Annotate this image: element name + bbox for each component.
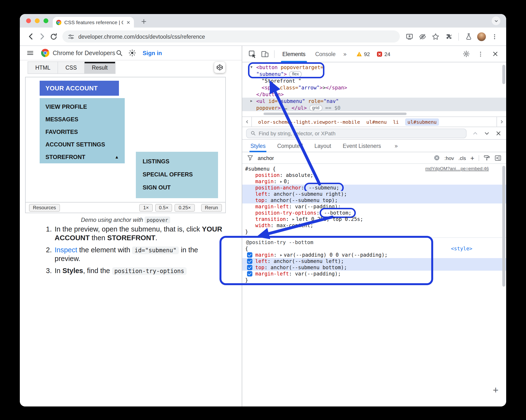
tab-css[interactable]: CSS <box>58 61 85 74</box>
clear-filter-icon[interactable] <box>434 155 440 161</box>
property-value[interactable]: anchor(--submenu right); <box>274 191 347 197</box>
dom-tree-row[interactable]: </button> <box>242 91 506 98</box>
close-find-icon[interactable] <box>496 130 501 136</box>
hover-state-button[interactable]: :hov <box>444 155 454 161</box>
new-tab-icon[interactable] <box>140 17 147 25</box>
close-devtools-icon[interactable] <box>489 48 501 60</box>
dom-tree-row[interactable]: popover>…</ul>grid== $0 <box>242 104 506 111</box>
property-value[interactable]: var(--padding); <box>295 271 341 276</box>
expand-shorthand-icon[interactable]: ▶ <box>280 253 282 257</box>
forward-icon[interactable] <box>36 31 48 42</box>
property-checkbox[interactable] <box>247 265 252 270</box>
styles-scrollbar[interactable] <box>502 166 505 287</box>
property-value[interactable]: max-content; <box>277 222 314 228</box>
your-account-button[interactable]: YOUR ACCOUNT <box>40 81 119 96</box>
property-checkbox[interactable] <box>247 271 252 276</box>
next-match-icon[interactable] <box>484 130 490 136</box>
submenu-item-listings[interactable]: LISTINGS <box>136 155 218 168</box>
css-property-position-try-options[interactable]: position-try-options: --bottom; <box>242 210 506 216</box>
reload-icon[interactable] <box>48 31 60 42</box>
classes-button[interactable]: .cls <box>458 155 466 161</box>
filter-input[interactable] <box>258 155 429 161</box>
more-sidebar-tabs-icon[interactable]: » <box>394 143 398 149</box>
settings-gear-icon[interactable] <box>460 48 472 60</box>
tab-close-icon[interactable] <box>126 20 131 24</box>
tab-styles[interactable]: Styles <box>250 140 266 152</box>
dom-tree-row[interactable]: "submenu">flex <box>242 70 506 77</box>
css-property-transition[interactable]: transition: ▶left 0.25s, top 0.25s; <box>242 216 506 222</box>
style-rule-selector[interactable]: #submenu { mdYdpOM?ani…pe=embed:46 <box>242 166 506 172</box>
property-value[interactable]: anchor(--submenu left); <box>274 258 344 264</box>
css-property-margin[interactable]: margin: ▶var(--padding) 0 0 var(--paddin… <box>242 252 506 258</box>
profile-avatar[interactable] <box>476 31 487 42</box>
flex-badge[interactable]: flex <box>289 71 302 77</box>
css-property-margin[interactable]: margin: ▶0; <box>242 178 506 185</box>
css-property-top[interactable]: top: anchor(--submenu top); <box>242 197 506 203</box>
inspect-icon[interactable] <box>246 48 259 60</box>
submenu-item-sign-out[interactable]: SIGN OUT <box>136 181 218 194</box>
tab-layout[interactable]: Layout <box>314 140 331 152</box>
property-checkbox[interactable] <box>247 252 252 258</box>
device-toolbar-icon[interactable] <box>259 48 271 60</box>
browser-tab[interactable]: CSS features reference | Chr <box>53 17 134 28</box>
expand-shorthand-icon[interactable]: ▶ <box>280 180 282 184</box>
property-value[interactable]: anchor(--submenu bottom); <box>271 264 347 270</box>
crumb-left-icon[interactable] <box>242 117 252 127</box>
menu-item-favorites[interactable]: FAVORITES <box>40 126 125 138</box>
chrome-logo-icon[interactable] <box>41 49 49 57</box>
close-icon[interactable] <box>26 18 31 23</box>
style-element-link[interactable]: <style> <box>451 246 472 252</box>
css-property-width[interactable]: width: max-content; <box>242 222 506 229</box>
site-brand[interactable]: Chrome for Developers <box>53 50 115 57</box>
dock-sidebar-icon[interactable] <box>495 154 501 161</box>
menu-icon[interactable] <box>27 49 34 57</box>
css-property-top[interactable]: top: anchor(--submenu bottom); <box>242 264 506 271</box>
stylesheet-link[interactable]: mdYdpOM?ani…pe=embed:46 <box>425 166 489 171</box>
prev-match-icon[interactable] <box>472 130 478 136</box>
add-rule-icon[interactable]: + <box>493 385 498 395</box>
dom-tree-row[interactable]: "Storefront " <box>242 77 506 84</box>
minimize-icon[interactable] <box>35 18 40 23</box>
experiments-icon[interactable] <box>463 31 474 42</box>
scale-button-0.5x[interactable]: 0.5× <box>155 204 172 211</box>
grid-badge[interactable]: grid <box>309 105 322 111</box>
dom-tree-row[interactable]: <span class="arrow">></span> <box>242 84 506 91</box>
tab-result[interactable]: Result <box>85 61 115 74</box>
property-value[interactable]: absolute; <box>286 172 313 178</box>
css-property-left[interactable]: left: anchor(--submenu right); <box>242 191 506 197</box>
crumb-right-icon[interactable] <box>496 117 506 127</box>
zoom-icon[interactable] <box>43 18 48 23</box>
dom-tree-row[interactable]: ▶<ul id="submenu" role="nav" <box>242 98 506 104</box>
rerun-button[interactable]: Rerun <box>201 204 222 211</box>
tab-elements[interactable]: Elements <box>277 46 310 62</box>
property-value[interactable]: var(--padding) 0 0 var(--padding); <box>284 252 388 258</box>
expand-toggle-icon[interactable]: ▶ <box>250 98 252 104</box>
more-tabs-icon[interactable]: » <box>340 50 349 57</box>
warnings-badge[interactable]: 92 <box>356 51 370 57</box>
search-icon[interactable] <box>116 49 123 57</box>
find-input[interactable] <box>259 130 462 136</box>
menu-item-storefront[interactable]: STOREFRONT▲ <box>40 151 125 163</box>
breadcrumb-item[interactable]: li <box>393 119 399 124</box>
scale-button-0.25x[interactable]: 0.25× <box>175 204 195 211</box>
paint-icon[interactable] <box>484 154 490 161</box>
tab-computed[interactable]: Computed <box>277 140 303 152</box>
bookmark-star-icon[interactable] <box>430 31 441 42</box>
menu-item-view-profile[interactable]: VIEW PROFILE <box>40 100 125 113</box>
submenu-item-special-offers[interactable]: SPECIAL OFFERS <box>136 168 218 181</box>
new-style-rule-button[interactable]: + <box>470 154 474 162</box>
more-menu-icon[interactable] <box>474 48 487 60</box>
css-property-margin-left[interactable]: margin-left: var(--padding); <box>242 203 506 210</box>
property-value[interactable]: anchor(--submenu top); <box>271 197 338 203</box>
css-property-position-anchor[interactable]: position-anchor: --submenu; <box>242 185 506 191</box>
codepen-icon[interactable] <box>214 62 225 73</box>
address-bar[interactable]: developer.chrome.com/docs/devtools/css/r… <box>62 30 400 42</box>
tab-html[interactable]: HTML <box>28 61 58 74</box>
horizontal-scrollbar[interactable] <box>263 113 407 115</box>
expand-children-icon[interactable]: … <box>283 105 290 111</box>
css-property-position[interactable]: position: absolute; <box>242 172 506 178</box>
breadcrumb-item[interactable]: ul#menu <box>366 119 386 124</box>
scale-button-1x[interactable]: 1× <box>140 204 153 211</box>
resources-button[interactable]: Resources <box>29 204 60 211</box>
find-field[interactable] <box>246 128 466 138</box>
